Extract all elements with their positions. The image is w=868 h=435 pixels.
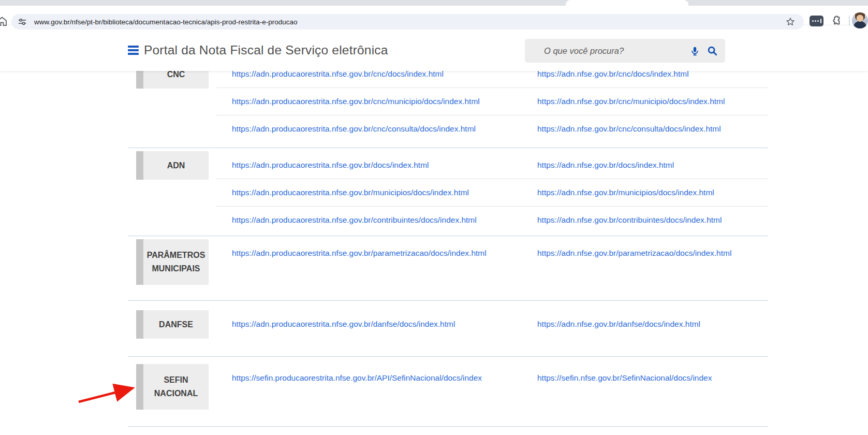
password-manager-icon[interactable] <box>810 16 823 26</box>
api-row: https://sefin.producaorestrita.nfse.gov.… <box>128 364 768 392</box>
api-link-producao[interactable]: https://adn.nfse.gov.br/cnc/consulta/doc… <box>537 124 768 134</box>
site-settings-icon[interactable] <box>18 17 27 26</box>
api-link-producao[interactable]: https://sefin.nfse.gov.br/SefinNacional/… <box>537 373 768 383</box>
extensions-icon[interactable] <box>830 15 842 26</box>
api-link-producao[interactable]: https://adn.nfse.gov.br/danfse/docs/inde… <box>537 320 768 329</box>
bookmark-star-icon[interactable] <box>785 17 796 27</box>
api-link-producao[interactable]: https://adn.nfse.gov.br/cnc/municipio/do… <box>537 97 768 106</box>
api-row: https://adn.producaorestrita.nfse.gov.br… <box>128 239 768 267</box>
api-link-producao[interactable]: https://adn.nfse.gov.br/parametrizacao/d… <box>537 249 768 258</box>
api-group-sefin-nacional: SEFINNACIONALhttps://sefin.producaorestr… <box>128 356 768 426</box>
api-group-adn: ADNhttps://adn.producaorestrita.nfse.gov… <box>128 148 768 236</box>
api-link-producao-restrita[interactable]: https://adn.producaorestrita.nfse.gov.br… <box>232 249 537 258</box>
api-table: CNChttps://adn.producaorestrita.nfse.gov… <box>128 60 768 427</box>
api-link-producao[interactable]: https://adn.nfse.gov.br/docs/index.html <box>537 161 768 170</box>
portal-header: Portal da Nota Fiscal de Serviço eletrôn… <box>0 25 868 71</box>
profile-avatar[interactable] <box>852 12 868 28</box>
search-box[interactable] <box>525 39 725 63</box>
api-link-producao-restrita[interactable]: https://adn.producaorestrita.nfse.gov.br… <box>232 215 537 225</box>
api-row: https://adn.producaorestrita.nfse.gov.br… <box>128 88 768 115</box>
browser-chrome: www.gov.br/nfse/pt-br/biblioteca/documen… <box>0 0 868 25</box>
api-row: https://adn.producaorestrita.nfse.gov.br… <box>128 179 768 206</box>
api-group-parâmetros-municipais: PARÂMETROSMUNICIPAIShttps://adn.producao… <box>128 236 768 300</box>
api-link-producao-restrita[interactable]: https://sefin.producaorestrita.nfse.gov.… <box>232 373 537 383</box>
api-row: https://adn.producaorestrita.nfse.gov.br… <box>128 310 768 338</box>
search-input[interactable] <box>525 38 686 63</box>
api-row: https://adn.producaorestrita.nfse.gov.br… <box>128 115 768 142</box>
api-group-cnc: CNChttps://adn.producaorestrita.nfse.gov… <box>128 60 768 148</box>
api-row: https://adn.producaorestrita.nfse.gov.br… <box>128 151 768 179</box>
browser-toolbar: www.gov.br/nfse/pt-br/biblioteca/documen… <box>0 6 868 25</box>
api-link-producao-restrita[interactable]: https://adn.producaorestrita.nfse.gov.br… <box>232 161 537 170</box>
mic-icon[interactable] <box>686 42 703 60</box>
active-tab[interactable] <box>566 0 688 6</box>
menu-icon[interactable] <box>128 46 139 55</box>
api-group-danfse: DANFSEhttps://adn.producaorestrita.nfse.… <box>128 300 768 356</box>
api-link-producao-restrita[interactable]: https://adn.producaorestrita.nfse.gov.br… <box>232 320 537 329</box>
address-bar[interactable]: www.gov.br/nfse/pt-br/biblioteca/documen… <box>11 14 804 30</box>
url-text[interactable]: www.gov.br/nfse/pt-br/biblioteca/documen… <box>34 18 785 26</box>
api-link-producao-restrita[interactable]: https://adn.producaorestrita.nfse.gov.br… <box>232 124 537 134</box>
toolbar-divider <box>849 16 850 26</box>
api-link-producao-restrita[interactable]: https://adn.producaorestrita.nfse.gov.br… <box>232 97 537 106</box>
home-icon[interactable] <box>0 15 8 27</box>
api-link-producao[interactable]: https://adn.nfse.gov.br/contribuintes/do… <box>537 215 768 225</box>
api-row: https://adn.producaorestrita.nfse.gov.br… <box>128 206 768 234</box>
page-title: Portal da Nota Fiscal de Serviço eletrôn… <box>144 43 388 57</box>
page-content: CNChttps://adn.producaorestrita.nfse.gov… <box>128 60 768 427</box>
tab-strip <box>0 0 868 6</box>
api-link-producao[interactable]: https://adn.nfse.gov.br/municipios/docs/… <box>537 188 768 197</box>
search-icon[interactable] <box>703 42 721 60</box>
api-link-producao-restrita[interactable]: https://adn.producaorestrita.nfse.gov.br… <box>232 188 537 197</box>
